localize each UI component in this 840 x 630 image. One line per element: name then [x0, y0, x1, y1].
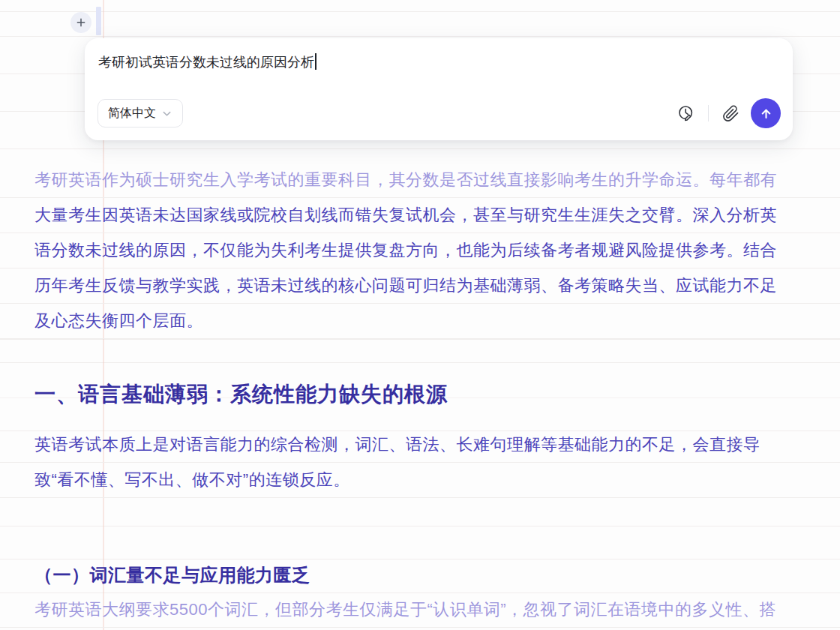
document-text-line[interactable]: 致“看不懂、写不出、做不对”的连锁反应。 [0, 463, 840, 498]
prompt-action-icons [676, 98, 782, 128]
document-text-line[interactable]: 大量考生因英语未达国家线或院校自划线而错失复试机会，甚至与研究生生涯失之交臂。深… [0, 198, 840, 233]
clock-edit-icon [677, 104, 695, 122]
ruled-line [0, 339, 840, 340]
history-timer-button[interactable] [676, 103, 697, 124]
plus-icon [75, 16, 87, 28]
document-text-line[interactable]: 考研英语大纲要求5500个词汇，但部分考生仅满足于“认识单词”，忽视了词汇在语境… [0, 592, 840, 628]
text-cursor [315, 53, 316, 70]
toolbar-divider [708, 105, 710, 122]
prompt-toolbar: 简体中文 [98, 98, 781, 128]
language-selector-label: 简体中文 [108, 106, 156, 122]
ruled-line [0, 36, 840, 37]
chevron-down-icon [161, 108, 172, 119]
arrow-up-icon [759, 106, 773, 121]
language-selector[interactable]: 简体中文 [98, 99, 183, 128]
document-text-line[interactable]: 语分数未过线的原因，不仅能为失利考生提供复盘方向，也能为后续备考者规避风险提供参… [0, 233, 840, 268]
ai-prompt-card: 考研初试英语分数未过线的原因分析 简体中文 [85, 38, 793, 140]
ruled-line [0, 526, 840, 526]
document-text-line[interactable]: 及心态失衡四个层面。 [0, 304, 840, 339]
block-cursor-bar [96, 7, 101, 35]
paperclip-icon [722, 105, 740, 122]
document-heading-1[interactable]: 一、语言基础薄弱：系统性能力缺失的根源 [34, 380, 448, 410]
document-text-line[interactable]: 历年考生反馈与教学实践，英语未过线的核心问题可归结为基础薄弱、备考策略失当、应试… [0, 268, 840, 304]
add-block-button[interactable] [70, 12, 92, 33]
send-button[interactable] [751, 98, 781, 128]
document-heading-2[interactable]: （一）词汇量不足与应用能力匮乏 [34, 560, 310, 590]
document-text-line[interactable]: 考研英语作为硕士研究生入学考试的重要科目，其分数是否过线直接影响考生的升学命运。… [0, 163, 840, 198]
prompt-input-text: 考研初试英语分数未过线的原因分析 [98, 55, 314, 70]
ruled-line [0, 362, 840, 363]
ruled-line [0, 559, 840, 560]
attachment-button[interactable] [720, 103, 741, 124]
prompt-input[interactable]: 考研初试英语分数未过线的原因分析 [98, 53, 779, 73]
document-editor-page: 考研初试英语分数未过线的原因分析 简体中文 [0, 0, 840, 630]
document-text-line[interactable]: 英语考试本质上是对语言能力的综合检测，词汇、语法、长难句理解等基础能力的不足，会… [0, 428, 840, 463]
ruled-line [0, 11, 840, 12]
ruled-line [0, 148, 840, 149]
